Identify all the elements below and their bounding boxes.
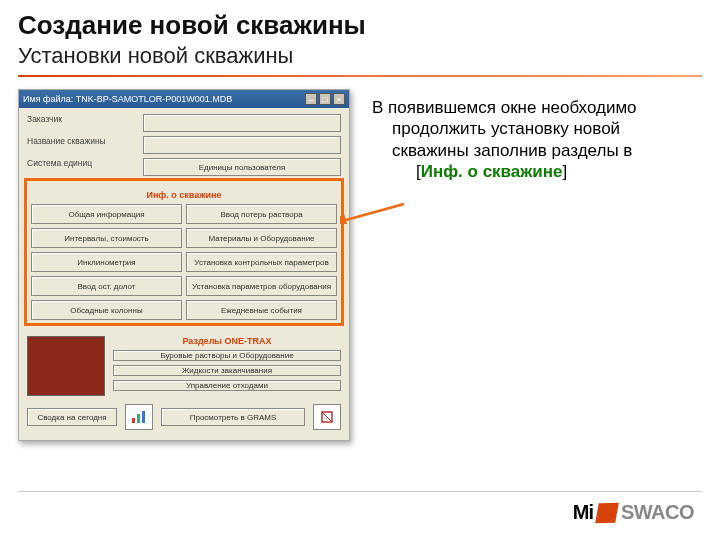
divider — [18, 75, 702, 77]
info-button[interactable]: Ввод потерь раствора — [186, 204, 337, 224]
svg-line-4 — [322, 412, 332, 422]
svg-rect-1 — [137, 414, 140, 423]
footer-divider — [18, 491, 702, 492]
svg-rect-0 — [132, 418, 135, 423]
field-wellname[interactable] — [143, 136, 341, 154]
window-titlebar: Имя файла: TNK-BP-SAMOTLOR-P001W001.MDB … — [19, 90, 349, 108]
arrow-icon — [340, 200, 410, 224]
miswaco-logo: MiSWACO — [573, 501, 694, 524]
info-button[interactable]: Обсадные колонны — [31, 300, 182, 320]
link-text: Инф. о скважине — [421, 162, 563, 181]
app-screenshot: Имя файла: TNK-BP-SAMOTLOR-P001W001.MDB … — [18, 89, 350, 441]
info-button[interactable]: Ввод ост. долот — [31, 276, 182, 296]
summary-button[interactable]: Сводка на сегодня — [27, 408, 117, 426]
rig-photo — [27, 336, 105, 396]
info-button[interactable]: Инклинометрия — [31, 252, 182, 272]
window-title: Имя файла: TNK-BP-SAMOTLOR-P001W001.MDB — [23, 94, 232, 104]
units-button[interactable]: Единицы пользователя — [143, 158, 341, 176]
section-one-trax: Разделы ONE-TRAX — [113, 336, 341, 346]
info-button[interactable]: Общая информация — [31, 204, 182, 224]
page-title: Создание новой скважины — [18, 10, 702, 41]
tool-icon[interactable] — [313, 404, 341, 430]
field-customer[interactable] — [143, 114, 341, 132]
info-button[interactable]: Материалы и Оборудование — [186, 228, 337, 248]
view-grams-button[interactable]: Просмотреть в GRAMS — [161, 408, 305, 426]
label-units: Система единиц — [27, 158, 137, 176]
section-well-info: Инф. о скважине — [31, 190, 337, 200]
label-wellname: Название скважины — [27, 136, 137, 154]
label-customer: Заказчик — [27, 114, 137, 132]
info-button[interactable]: Установка контрольных параметров — [186, 252, 337, 272]
info-button[interactable]: Интервалы, стоимость — [31, 228, 182, 248]
one-trax-button[interactable]: Жидкости заканчивания — [113, 365, 341, 376]
maximize-icon[interactable]: □ — [319, 93, 331, 105]
one-trax-button[interactable]: Управление отходами — [113, 380, 341, 391]
explanation-text: В появившемся окне необходимо продолжить… — [372, 89, 702, 441]
page-subtitle: Установки новой скважины — [18, 43, 702, 69]
highlight-box: Инф. о скважине Общая информация Ввод по… — [24, 178, 344, 326]
info-button[interactable]: Ежедневные события — [186, 300, 337, 320]
info-button[interactable]: Установка параметров оборудования — [186, 276, 337, 296]
chart-icon[interactable] — [125, 404, 153, 430]
svg-line-6 — [346, 204, 404, 220]
close-icon[interactable]: × — [333, 93, 345, 105]
minimize-icon[interactable]: – — [305, 93, 317, 105]
one-trax-button[interactable]: Буровые растворы и Оборудование — [113, 350, 341, 361]
svg-rect-2 — [142, 411, 145, 423]
